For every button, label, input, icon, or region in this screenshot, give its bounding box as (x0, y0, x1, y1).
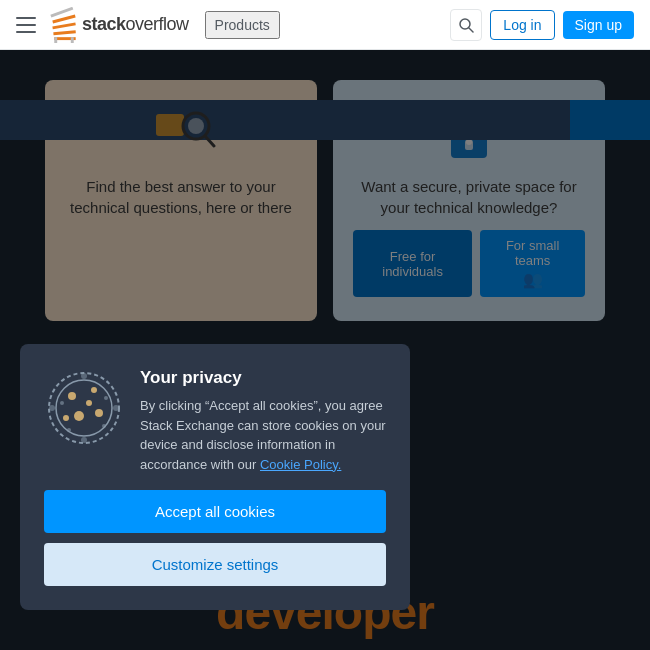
svg-point-31 (81, 437, 87, 443)
cookie-modal: Your privacy By clicking “Accept all coo… (20, 344, 410, 610)
svg-point-19 (91, 387, 97, 393)
products-menu[interactable]: Products (205, 11, 280, 39)
svg-point-27 (67, 428, 71, 432)
svg-point-25 (104, 396, 108, 400)
cookie-icon (44, 368, 124, 448)
svg-rect-5 (54, 37, 57, 43)
cookie-header: Your privacy By clicking “Accept all coo… (44, 368, 386, 474)
accept-cookies-button[interactable]: Accept all cookies (44, 490, 386, 533)
hamburger-menu[interactable] (16, 17, 36, 33)
navbar: stackoverflow Products Log in Sign up (0, 0, 650, 50)
svg-point-16 (49, 373, 119, 443)
svg-point-21 (95, 409, 103, 417)
cookie-description: By clicking “Accept all cookies”, you ag… (140, 396, 386, 474)
login-button[interactable]: Log in (490, 10, 554, 40)
svg-point-30 (49, 405, 55, 411)
cookie-title: Your privacy (140, 368, 386, 388)
cookie-policy-link[interactable]: Cookie Policy. (260, 457, 341, 472)
search-icon[interactable] (450, 9, 482, 41)
svg-point-28 (81, 373, 87, 379)
cookie-text-block: Your privacy By clicking “Accept all coo… (140, 368, 386, 474)
svg-point-18 (68, 392, 76, 400)
svg-point-24 (60, 401, 64, 405)
svg-rect-1 (53, 30, 76, 35)
svg-point-20 (74, 411, 84, 421)
logo-icon (48, 7, 80, 43)
site-logo[interactable]: stackoverflow (48, 7, 189, 43)
svg-rect-0 (52, 22, 76, 29)
svg-point-23 (86, 400, 92, 406)
svg-point-26 (102, 424, 106, 428)
customize-settings-button[interactable]: Customize settings (44, 543, 386, 586)
svg-line-8 (469, 28, 473, 32)
logo-text: stackoverflow (82, 14, 189, 35)
signup-button[interactable]: Sign up (563, 11, 634, 39)
svg-point-29 (113, 405, 119, 411)
svg-rect-6 (71, 37, 74, 43)
svg-point-22 (63, 415, 69, 421)
